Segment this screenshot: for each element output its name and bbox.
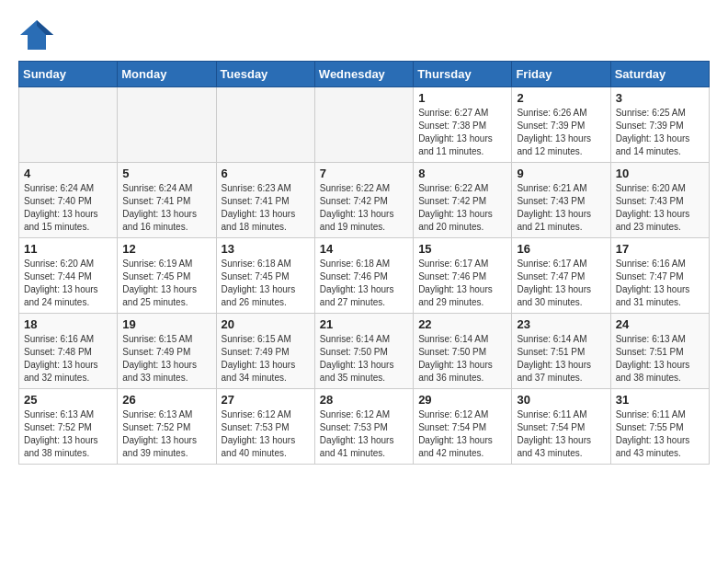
calendar-day-cell	[216, 87, 314, 163]
day-info: Sunrise: 6:12 AM Sunset: 7:53 PM Dayligh…	[222, 408, 310, 460]
day-info: Sunrise: 6:24 AM Sunset: 7:40 PM Dayligh…	[24, 182, 112, 234]
calendar-day-cell: 13Sunrise: 6:18 AM Sunset: 7:45 PM Dayli…	[216, 238, 314, 314]
day-info: Sunrise: 6:27 AM Sunset: 7:38 PM Dayligh…	[418, 107, 506, 158]
page: SundayMondayTuesdayWednesdayThursdayFrid…	[0, 0, 728, 474]
day-info: Sunrise: 6:11 AM Sunset: 7:55 PM Dayligh…	[616, 408, 704, 460]
day-number: 1	[418, 91, 506, 105]
calendar-day-cell: 21Sunrise: 6:14 AM Sunset: 7:50 PM Dayli…	[314, 314, 413, 389]
day-number: 31	[616, 393, 704, 407]
calendar-day-cell: 28Sunrise: 6:12 AM Sunset: 7:53 PM Dayli…	[314, 389, 413, 465]
day-number: 22	[418, 317, 506, 331]
calendar-day-cell: 7Sunrise: 6:22 AM Sunset: 7:42 PM Daylig…	[314, 163, 413, 238]
day-info: Sunrise: 6:25 AM Sunset: 7:39 PM Dayligh…	[616, 107, 704, 158]
day-number: 18	[24, 317, 112, 331]
day-number: 25	[24, 393, 112, 407]
day-info: Sunrise: 6:13 AM Sunset: 7:52 PM Dayligh…	[122, 408, 210, 460]
day-number: 21	[320, 317, 408, 331]
weekday-header: Monday	[118, 62, 216, 87]
calendar-day-cell: 23Sunrise: 6:14 AM Sunset: 7:51 PM Dayli…	[512, 314, 610, 389]
day-number: 30	[517, 393, 605, 407]
calendar-day-cell: 10Sunrise: 6:20 AM Sunset: 7:43 PM Dayli…	[610, 163, 709, 238]
calendar-day-cell: 20Sunrise: 6:15 AM Sunset: 7:49 PM Dayli…	[216, 314, 314, 389]
day-info: Sunrise: 6:14 AM Sunset: 7:51 PM Dayligh…	[517, 333, 605, 385]
day-number: 20	[222, 317, 310, 331]
calendar-week-row: 18Sunrise: 6:16 AM Sunset: 7:48 PM Dayli…	[19, 314, 710, 389]
calendar-week-row: 25Sunrise: 6:13 AM Sunset: 7:52 PM Dayli…	[19, 389, 710, 465]
day-info: Sunrise: 6:17 AM Sunset: 7:46 PM Dayligh…	[418, 258, 506, 309]
calendar-day-cell: 1Sunrise: 6:27 AM Sunset: 7:38 PM Daylig…	[414, 87, 512, 163]
calendar-day-cell	[118, 87, 216, 163]
day-info: Sunrise: 6:13 AM Sunset: 7:52 PM Dayligh…	[24, 408, 112, 460]
day-info: Sunrise: 6:18 AM Sunset: 7:46 PM Dayligh…	[320, 258, 408, 309]
day-info: Sunrise: 6:12 AM Sunset: 7:54 PM Dayligh…	[418, 408, 506, 460]
logo-icon	[18, 18, 55, 52]
weekday-header: Sunday	[19, 62, 118, 87]
calendar-day-cell: 27Sunrise: 6:12 AM Sunset: 7:53 PM Dayli…	[216, 389, 314, 465]
calendar-day-cell: 2Sunrise: 6:26 AM Sunset: 7:39 PM Daylig…	[512, 87, 610, 163]
day-number: 6	[222, 167, 310, 180]
calendar-day-cell: 16Sunrise: 6:17 AM Sunset: 7:47 PM Dayli…	[512, 238, 610, 314]
day-number: 9	[517, 167, 605, 180]
header	[18, 18, 710, 52]
calendar-day-cell: 26Sunrise: 6:13 AM Sunset: 7:52 PM Dayli…	[118, 389, 216, 465]
calendar-day-cell: 15Sunrise: 6:17 AM Sunset: 7:46 PM Dayli…	[414, 238, 512, 314]
calendar-day-cell	[19, 87, 118, 163]
day-number: 10	[616, 167, 704, 180]
day-number: 23	[517, 317, 605, 331]
calendar-day-cell: 3Sunrise: 6:25 AM Sunset: 7:39 PM Daylig…	[610, 87, 709, 163]
day-number: 14	[320, 242, 408, 256]
day-number: 28	[320, 393, 408, 407]
day-number: 7	[320, 167, 408, 180]
weekday-header: Saturday	[610, 62, 709, 87]
calendar-day-cell: 18Sunrise: 6:16 AM Sunset: 7:48 PM Dayli…	[19, 314, 118, 389]
calendar-week-row: 1Sunrise: 6:27 AM Sunset: 7:38 PM Daylig…	[19, 87, 710, 163]
day-info: Sunrise: 6:11 AM Sunset: 7:54 PM Dayligh…	[517, 408, 605, 460]
day-number: 29	[418, 393, 506, 407]
day-info: Sunrise: 6:22 AM Sunset: 7:42 PM Dayligh…	[418, 182, 506, 234]
day-info: Sunrise: 6:15 AM Sunset: 7:49 PM Dayligh…	[222, 333, 310, 385]
day-info: Sunrise: 6:14 AM Sunset: 7:50 PM Dayligh…	[320, 333, 408, 385]
day-info: Sunrise: 6:17 AM Sunset: 7:47 PM Dayligh…	[517, 258, 605, 309]
calendar-table: SundayMondayTuesdayWednesdayThursdayFrid…	[18, 61, 710, 465]
calendar-day-cell: 24Sunrise: 6:13 AM Sunset: 7:51 PM Dayli…	[610, 314, 709, 389]
day-number: 15	[418, 242, 506, 256]
day-number: 4	[24, 167, 112, 180]
day-info: Sunrise: 6:21 AM Sunset: 7:43 PM Dayligh…	[517, 182, 605, 234]
day-info: Sunrise: 6:12 AM Sunset: 7:53 PM Dayligh…	[320, 408, 408, 460]
weekday-header: Thursday	[414, 62, 512, 87]
calendar-day-cell: 9Sunrise: 6:21 AM Sunset: 7:43 PM Daylig…	[512, 163, 610, 238]
calendar-header-row: SundayMondayTuesdayWednesdayThursdayFrid…	[19, 62, 710, 87]
day-number: 3	[616, 91, 704, 105]
weekday-header: Friday	[512, 62, 610, 87]
weekday-header: Tuesday	[216, 62, 314, 87]
calendar-day-cell	[314, 87, 413, 163]
calendar-week-row: 11Sunrise: 6:20 AM Sunset: 7:44 PM Dayli…	[19, 238, 710, 314]
calendar-day-cell: 19Sunrise: 6:15 AM Sunset: 7:49 PM Dayli…	[118, 314, 216, 389]
day-info: Sunrise: 6:16 AM Sunset: 7:47 PM Dayligh…	[616, 258, 704, 309]
day-info: Sunrise: 6:16 AM Sunset: 7:48 PM Dayligh…	[24, 333, 112, 385]
day-info: Sunrise: 6:19 AM Sunset: 7:45 PM Dayligh…	[122, 258, 210, 309]
day-number: 19	[122, 317, 210, 331]
calendar-day-cell: 5Sunrise: 6:24 AM Sunset: 7:41 PM Daylig…	[118, 163, 216, 238]
calendar-day-cell: 29Sunrise: 6:12 AM Sunset: 7:54 PM Dayli…	[414, 389, 512, 465]
day-number: 17	[616, 242, 704, 256]
day-number: 12	[122, 242, 210, 256]
day-info: Sunrise: 6:20 AM Sunset: 7:44 PM Dayligh…	[24, 258, 112, 309]
day-number: 13	[222, 242, 310, 256]
calendar-day-cell: 22Sunrise: 6:14 AM Sunset: 7:50 PM Dayli…	[414, 314, 512, 389]
day-number: 11	[24, 242, 112, 256]
day-info: Sunrise: 6:24 AM Sunset: 7:41 PM Dayligh…	[122, 182, 210, 234]
day-number: 26	[122, 393, 210, 407]
calendar-day-cell: 14Sunrise: 6:18 AM Sunset: 7:46 PM Dayli…	[314, 238, 413, 314]
day-number: 8	[418, 167, 506, 180]
day-info: Sunrise: 6:22 AM Sunset: 7:42 PM Dayligh…	[320, 182, 408, 234]
weekday-header: Wednesday	[314, 62, 413, 87]
calendar-day-cell: 25Sunrise: 6:13 AM Sunset: 7:52 PM Dayli…	[19, 389, 118, 465]
logo	[18, 18, 61, 52]
calendar-week-row: 4Sunrise: 6:24 AM Sunset: 7:40 PM Daylig…	[19, 163, 710, 238]
day-number: 16	[517, 242, 605, 256]
calendar-day-cell: 17Sunrise: 6:16 AM Sunset: 7:47 PM Dayli…	[610, 238, 709, 314]
calendar-day-cell: 30Sunrise: 6:11 AM Sunset: 7:54 PM Dayli…	[512, 389, 610, 465]
day-info: Sunrise: 6:15 AM Sunset: 7:49 PM Dayligh…	[122, 333, 210, 385]
day-number: 24	[616, 317, 704, 331]
